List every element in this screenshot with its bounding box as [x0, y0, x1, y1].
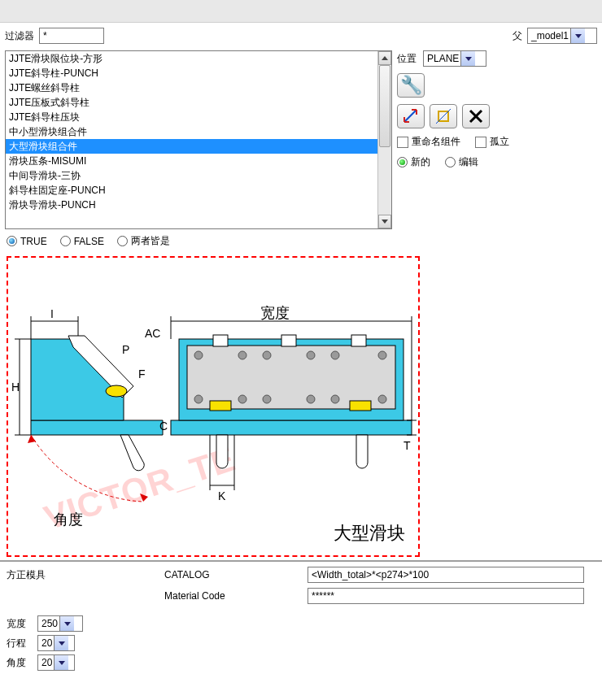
swap-button[interactable] — [397, 104, 425, 128]
settings-button[interactable]: 🔧 — [397, 73, 425, 98]
dim-ac: AC — [145, 327, 160, 340]
list-item[interactable]: JJTE滑块限位块-方形 — [6, 51, 377, 66]
material-code-input[interactable] — [308, 588, 584, 604]
svg-point-18 — [331, 395, 339, 403]
svg-point-9 — [238, 351, 246, 359]
radio-edit-label: 编辑 — [459, 155, 478, 169]
radio-icon — [7, 236, 17, 246]
list-item[interactable]: 中小型滑块组合件 — [6, 124, 377, 139]
tf-true-label: TRUE — [20, 236, 47, 247]
svg-point-17 — [307, 395, 315, 403]
chevron-down-icon — [54, 636, 68, 650]
parent-label: 父 — [513, 29, 522, 43]
tf-false-label: FALSE — [74, 236, 104, 247]
dim-p: P — [122, 343, 129, 356]
param-width-value: 250 — [41, 618, 58, 629]
dim-h: H — [11, 380, 20, 393]
dim-i: I — [50, 307, 54, 320]
svg-line-0 — [404, 110, 417, 122]
mold-label: 方正模具 — [7, 568, 161, 582]
list-item[interactable]: 大型滑块组合件 — [6, 139, 377, 154]
dim-k: K — [218, 489, 226, 502]
svg-point-10 — [263, 351, 271, 359]
param-width-combo[interactable]: 250 — [37, 615, 83, 632]
chevron-down-icon — [54, 655, 68, 670]
rename-checkbox[interactable]: 重命名组件 — [397, 135, 460, 149]
rect-icon — [434, 107, 452, 125]
bounds-button[interactable] — [430, 104, 457, 128]
param-angle-value: 20 — [41, 657, 52, 668]
position-combo[interactable]: PLANE — [423, 50, 486, 67]
preview-drawing: I AC P F H C K T — [8, 258, 420, 557]
isolate-checkbox-label: 孤立 — [490, 135, 509, 149]
dim-f: F — [138, 367, 146, 380]
checkbox-icon — [397, 137, 408, 148]
wrench-icon: 🔧 — [400, 75, 422, 96]
list-item[interactable]: JJTE斜导柱压块 — [6, 110, 377, 124]
svg-point-14 — [194, 395, 203, 403]
scrollbar[interactable] — [377, 51, 391, 228]
param-travel-combo[interactable]: 20 — [37, 635, 75, 651]
svg-rect-7 — [187, 346, 395, 409]
dim-c: C — [159, 420, 168, 433]
param-travel-value: 20 — [41, 637, 52, 649]
chevron-down-icon — [460, 51, 475, 66]
position-label: 位置 — [397, 52, 417, 66]
radio-edit[interactable]: 编辑 — [445, 155, 478, 169]
param-angle-label: 角度 — [7, 656, 33, 670]
radio-new[interactable]: 新的 — [397, 155, 430, 169]
param-angle-combo[interactable]: 20 — [37, 654, 75, 671]
material-code-label: Material Code — [164, 590, 304, 602]
svg-point-12 — [331, 351, 339, 359]
scroll-down-icon[interactable] — [378, 215, 391, 228]
isolate-checkbox[interactable]: 孤立 — [475, 135, 509, 149]
list-item[interactable]: 滑块导滑块-PUNCH — [6, 198, 377, 212]
dim-t: T — [404, 439, 411, 452]
radio-icon — [397, 157, 408, 167]
rename-checkbox-label: 重命名组件 — [412, 135, 460, 149]
list-item[interactable]: JJTE斜导柱-PUNCH — [6, 66, 377, 80]
svg-rect-21 — [281, 335, 296, 346]
catalog-row: 方正模具 CATALOG — [0, 560, 602, 588]
tf-false[interactable]: FALSE — [60, 236, 104, 247]
scroll-up-icon[interactable] — [378, 51, 391, 65]
chevron-down-icon — [59, 616, 74, 631]
list-item[interactable]: 中间导滑块-三协 — [6, 168, 377, 183]
svg-rect-22 — [351, 335, 366, 346]
list-item[interactable]: 斜导柱固定座-PUNCH — [6, 183, 377, 198]
truefalse-row: TRUE FALSE 两者皆是 — [0, 229, 602, 253]
svg-rect-5 — [171, 420, 412, 435]
list-item[interactable]: JJTE压板式斜导柱 — [6, 95, 377, 110]
param-width-label: 宽度 — [7, 617, 33, 631]
svg-point-19 — [378, 395, 386, 403]
param-travel-label: 行程 — [7, 637, 33, 650]
checkbox-icon — [475, 137, 486, 148]
swap-icon — [402, 107, 420, 125]
filter-input[interactable] — [39, 28, 104, 44]
radio-icon — [445, 157, 456, 167]
tf-true[interactable]: TRUE — [7, 236, 47, 247]
radio-icon — [117, 236, 128, 246]
svg-point-16 — [263, 395, 271, 403]
preview-pane: VICTOR_TE 宽度 角度 大型滑块 — [7, 256, 420, 557]
position-combo-value: PLANE — [427, 53, 459, 64]
catalog-label: CATALOG — [164, 569, 304, 580]
filter-row: 过滤器 父 _model1 — [0, 23, 602, 50]
material-row: Material Code — [0, 588, 602, 609]
params-section: 宽度 250 行程 20 角度 20 — [0, 609, 602, 677]
right-panel: 位置 PLANE 🔧 — [397, 50, 597, 169]
svg-rect-23 — [210, 401, 231, 411]
chevron-down-icon — [570, 28, 585, 43]
parent-combo-value: _model1 — [531, 30, 569, 41]
component-listbox[interactable]: JJTE滑块限位块-方形JJTE斜导柱-PUNCHJJTE螺丝斜导柱JJTE压板… — [5, 50, 392, 229]
radio-new-label: 新的 — [411, 155, 430, 169]
list-item[interactable]: 滑块压条-MISUMI — [6, 154, 377, 168]
radio-icon — [60, 236, 71, 246]
tf-both[interactable]: 两者皆是 — [117, 234, 170, 248]
parent-combo[interactable]: _model1 — [527, 28, 597, 44]
svg-point-25 — [106, 385, 127, 397]
scroll-thumb[interactable] — [379, 65, 390, 147]
catalog-input[interactable] — [308, 567, 584, 583]
delete-button[interactable] — [462, 104, 490, 128]
list-item[interactable]: JJTE螺丝斜导柱 — [6, 80, 377, 95]
